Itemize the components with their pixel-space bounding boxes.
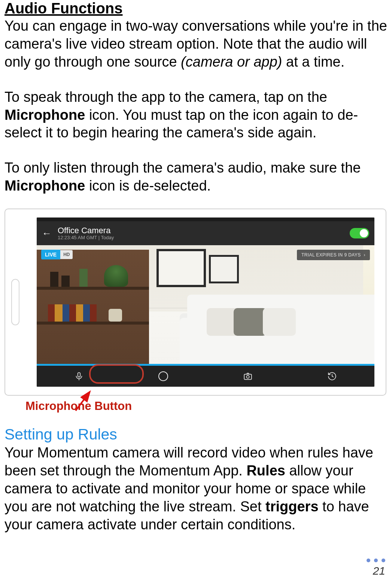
paragraph-rules: Your Momentum camera will record video w…: [4, 444, 388, 533]
page-number: 21: [373, 565, 385, 577]
text-bold: Microphone: [4, 107, 85, 123]
footer-dots-icon: [367, 559, 385, 562]
text: icon is de-selected.: [85, 178, 211, 194]
camera-title-block: Office Camera 12:23:45 AM GMT | Today: [58, 226, 114, 240]
paragraph-mic-speak: To speak through the app to the camera, …: [4, 88, 388, 142]
record-icon: [158, 371, 168, 381]
text-bold: triggers: [265, 499, 318, 514]
room-pillow: [234, 308, 267, 336]
callout-arrow-icon: [73, 391, 95, 411]
camera-timestamp: 12:23:45 AM GMT | Today: [58, 235, 114, 240]
app-top-bar: ← Office Camera 12:23:45 AM GMT | Today: [37, 221, 374, 245]
svg-rect-2: [244, 374, 252, 380]
camera-power-toggle[interactable]: [350, 228, 369, 238]
svg-point-3: [246, 375, 249, 378]
back-arrow-icon[interactable]: ←: [42, 228, 52, 239]
heading-setting-up-rules: Setting up Rules: [4, 426, 388, 443]
live-label: LIVE: [41, 250, 60, 259]
trial-label: TRIAL EXPIRES IN 9 DAYS: [301, 252, 361, 258]
chevron-right-icon: ›: [364, 252, 365, 258]
snapshot-button[interactable]: [206, 366, 290, 387]
text-bold: Microphone: [4, 178, 85, 194]
microphone-button[interactable]: [37, 366, 121, 387]
room-pillow: [263, 308, 296, 336]
app-bottom-bar: [37, 366, 374, 387]
text: To speak through the app to the camera, …: [4, 89, 327, 105]
text: To only listen through the camera's audi…: [4, 160, 361, 176]
microphone-icon: [74, 371, 84, 381]
room-frame: [209, 255, 239, 283]
phone-frame: ← Office Camera 12:23:45 AM GMT | Today: [4, 209, 386, 396]
android-status-bar: [37, 218, 374, 221]
live-badge: LIVE HD: [41, 250, 73, 259]
room-shelf: [37, 250, 149, 366]
history-icon: [327, 371, 337, 381]
svg-line-4: [76, 393, 89, 411]
history-button[interactable]: [290, 366, 375, 387]
text: at a time.: [282, 54, 344, 70]
camera-title: Office Camera: [58, 226, 114, 235]
paragraph-mic-listen: To only listen through the camera's audi…: [4, 159, 388, 195]
hd-label: HD: [60, 250, 73, 259]
camera-icon: [243, 371, 253, 381]
trial-expires-badge[interactable]: TRIAL EXPIRES IN 9 DAYS ›: [297, 250, 370, 260]
svg-rect-0: [78, 372, 80, 377]
heading-audio-functions: Audio Functions: [4, 0, 388, 16]
text-bold: Rules: [246, 463, 285, 478]
room-frame: [157, 249, 206, 287]
phone-home-button: [11, 279, 19, 325]
record-button[interactable]: [121, 366, 206, 387]
paragraph-audio-intro: You can engage in two-way conversations …: [4, 17, 388, 71]
phone-screen: ← Office Camera 12:23:45 AM GMT | Today: [37, 218, 374, 387]
text-em: (camera or app): [181, 54, 282, 70]
live-video-feed: LIVE HD TRIAL EXPIRES IN 9 DAYS ›: [37, 245, 374, 366]
app-screenshot-figure: ← Office Camera 12:23:45 AM GMT | Today: [4, 209, 388, 396]
